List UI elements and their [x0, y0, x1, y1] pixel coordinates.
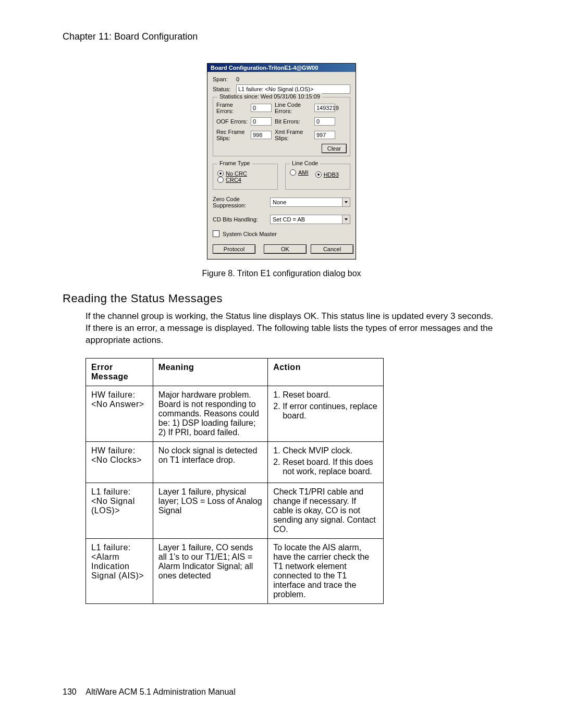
cell-meaning: Layer 1 failure, physical layer; LOS = L…	[153, 483, 267, 538]
cell-error-message: HW failure: <No Clocks>	[86, 441, 153, 483]
xmt-frame-slips-value: 997	[314, 131, 335, 139]
table-row: HW failure: <No Clocks>No clock signal i…	[86, 441, 384, 483]
line-code-errors-label: Line Code Errors:	[275, 102, 311, 114]
page-number: 130	[63, 687, 77, 697]
th-action: Action	[268, 358, 384, 386]
oof-errors-value: 0	[251, 117, 272, 126]
th-meaning: Meaning	[153, 358, 267, 386]
table-row: L1 failure: <No Signal (LOS)>Layer 1 fai…	[86, 483, 384, 538]
line-code-legend: Line Code	[290, 160, 320, 166]
rec-frame-slips-value: 998	[251, 131, 272, 139]
cell-meaning: Major hardware problem. Board is not res…	[153, 386, 267, 441]
span-label: Span:	[213, 76, 236, 82]
bit-errors-value: 0	[314, 117, 335, 126]
frame-type-legend: Frame Type	[217, 160, 252, 166]
cd-bits-select[interactable]: Set CD = AB	[270, 215, 350, 224]
cancel-button[interactable]: Cancel	[311, 244, 353, 254]
zero-code-select[interactable]: None	[270, 198, 350, 207]
dialog-title: Board Configuration-TritonE1-4@GW00	[207, 64, 356, 72]
figure-caption: Figure 8. Triton E1 configuration dialog…	[63, 269, 500, 278]
list-item: Check MVIP clock.	[283, 446, 378, 455]
rec-frame-slips-label: Rec Frame Slips:	[216, 129, 248, 141]
zero-code-label: Zero Code Suppression:	[213, 196, 270, 208]
manual-title: AltiWare ACM 5.1 Administration Manual	[85, 687, 236, 696]
line-code-errors-value: 1493219	[314, 104, 335, 112]
system-clock-checkbox[interactable]	[213, 230, 219, 237]
status-label: Status:	[213, 86, 236, 92]
clear-button[interactable]: Clear	[322, 144, 347, 153]
system-clock-label: System Clock Master	[223, 231, 277, 237]
radio-no-crc[interactable]: No CRC	[217, 170, 247, 177]
cell-meaning: No clock signal is detected on T1 interf…	[153, 441, 267, 483]
oof-errors-label: OOF Errors:	[216, 118, 248, 125]
radio-hdb3[interactable]: HDB3	[315, 171, 339, 178]
list-item: If error continues, replace board.	[283, 402, 378, 421]
cell-action: Check T1/PRI cable and change if necessa…	[268, 483, 384, 538]
chevron-down-icon	[342, 198, 350, 206]
section-body: If the channel group is working, the Sta…	[85, 311, 500, 347]
xmt-frame-slips-label: Xmt Frame Slips:	[275, 129, 311, 141]
error-messages-table: Error Message Meaning Action HW failure:…	[85, 358, 384, 604]
cell-error-message: L1 failure: <Alarm Indication Signal (AI…	[86, 538, 153, 603]
line-code-group: Line Code AMI HDB3	[285, 164, 350, 190]
cell-meaning: Layer 1 failure, CO sends all 1's to our…	[153, 538, 267, 603]
status-value: L1 failure: <No Signal (LOS)>	[236, 84, 350, 94]
cell-error-message: L1 failure: <No Signal (LOS)>	[86, 483, 153, 538]
frame-errors-value: 0	[251, 104, 272, 112]
bit-errors-label: Bit Errors:	[275, 118, 311, 125]
statistics-legend: Statistics since: Wed 05/31/06 10:15:09	[217, 93, 322, 100]
board-config-dialog: Board Configuration-TritonE1-4@GW00 Span…	[207, 63, 356, 260]
frame-errors-label: Frame Errors:	[216, 102, 248, 114]
list-item: Reset board.	[283, 390, 378, 400]
list-item: Reset board. If this does not work, repl…	[283, 458, 378, 476]
radio-crc4[interactable]: CRC4	[217, 177, 241, 183]
section-heading: Reading the Status Messages	[63, 292, 500, 305]
frame-type-group: Frame Type No CRC CRC4	[213, 164, 278, 190]
ok-button[interactable]: OK	[264, 244, 307, 254]
table-row: L1 failure: <Alarm Indication Signal (AI…	[86, 538, 384, 603]
table-row: HW failure: <No Answer>Major hardware pr…	[86, 386, 384, 441]
cd-bits-label: CD Bits Handling:	[213, 216, 270, 223]
protocol-button[interactable]: Protocol	[213, 244, 255, 254]
radio-ami[interactable]: AMI	[290, 169, 309, 176]
chevron-down-icon	[342, 215, 350, 224]
cell-error-message: HW failure: <No Answer>	[86, 386, 153, 441]
chapter-header: Chapter 11: Board Configuration	[63, 31, 500, 42]
span-value: 0	[236, 76, 239, 82]
th-error-message: Error Message	[86, 358, 153, 386]
cell-action: To locate the AIS alarm, have the carrie…	[268, 538, 384, 603]
page-footer: 130 AltiWare ACM 5.1 Administration Manu…	[63, 687, 236, 697]
cell-action: Check MVIP clock.Reset board. If this do…	[268, 441, 384, 483]
statistics-group: Statistics since: Wed 05/31/06 10:15:09 …	[213, 97, 350, 156]
cell-action: Reset board.If error continues, replace …	[268, 386, 384, 441]
